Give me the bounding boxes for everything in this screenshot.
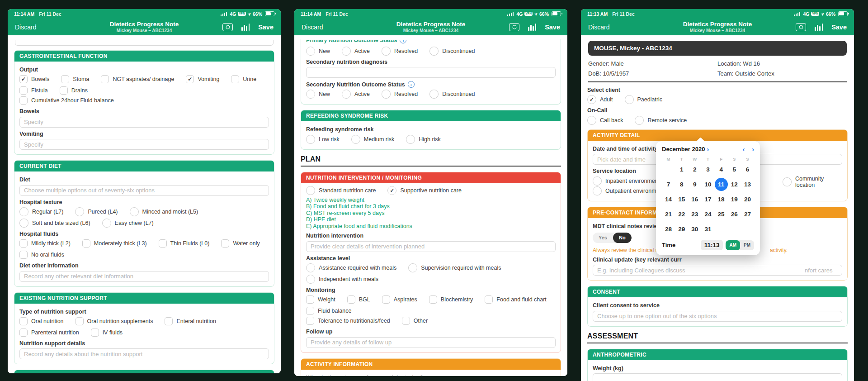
secondary-diagnosis-input[interactable]	[306, 67, 556, 78]
radio-option[interactable]: Easy chew (L7)	[102, 219, 154, 228]
checkbox-option[interactable]: Other	[402, 316, 428, 325]
calendar-day[interactable]: 24	[701, 207, 714, 222]
radio-option[interactable]: Regular (L7)	[19, 207, 63, 216]
radio-option[interactable]: ✓Supportive nutrition care	[387, 186, 462, 195]
calendar-day[interactable]: 29	[675, 222, 688, 237]
radio-option[interactable]: Inpatient environment	[593, 176, 660, 186]
checkbox-option[interactable]: IV fluids	[91, 328, 123, 337]
radio-option[interactable]: Active	[342, 90, 370, 99]
radio-option[interactable]: Supervision required with meals	[408, 263, 501, 272]
checkbox-option[interactable]: No oral fluids	[19, 250, 64, 259]
radio-option[interactable]: Low risk	[306, 135, 340, 144]
calendar-day[interactable]: 17	[701, 192, 714, 207]
discard-button[interactable]: Discard	[588, 24, 609, 31]
save-button[interactable]: Save	[545, 24, 560, 31]
diet-select-input[interactable]: Choose multiple options out of seventy-s…	[19, 185, 269, 196]
calendar-day[interactable]: 21	[662, 207, 675, 222]
calendar-day[interactable]: 25	[715, 207, 728, 222]
save-button[interactable]: Save	[258, 24, 274, 31]
camera-icon[interactable]	[796, 23, 806, 31]
checkbox-option[interactable]: Biochemistry	[429, 295, 473, 304]
radio-option[interactable]: Soft and bite sized (L6)	[19, 219, 90, 228]
nutrition-support-details-input[interactable]: Record any details about the nutrition s…	[19, 348, 269, 359]
checkbox-option[interactable]: Parenteral nutrition	[19, 328, 79, 337]
checkbox-option[interactable]: Mildly thick (L2)	[19, 239, 71, 248]
clinical-update-input[interactable]: E.g. Including Colleagues discuss nfort …	[593, 265, 842, 276]
bowels-input[interactable]: Specify	[19, 117, 269, 128]
calendar-month-label[interactable]: December 2020	[662, 146, 705, 152]
pm-segment[interactable]: PM	[740, 240, 754, 250]
calendar-day[interactable]: 12	[728, 177, 741, 192]
radio-option[interactable]: New	[306, 47, 330, 56]
checkbox-option[interactable]: Fistula	[19, 86, 48, 95]
discard-button[interactable]: Discard	[302, 24, 323, 31]
checkbox-option[interactable]: Oral nutrition supplements	[75, 317, 153, 326]
calendar-day[interactable]: 11	[715, 178, 728, 191]
calendar-day[interactable]: 6	[741, 162, 754, 177]
calendar-day[interactable]: 4	[715, 162, 728, 177]
info-icon[interactable]: i	[400, 40, 406, 43]
radio-option[interactable]: Resolved	[382, 90, 418, 99]
checkbox-option[interactable]: Weight	[306, 295, 335, 304]
calendar-day[interactable]: 13	[741, 177, 754, 192]
radio-option[interactable]: Outpatient environment	[593, 186, 664, 195]
previous-month-button[interactable]: ‹	[743, 146, 745, 152]
checkbox-option[interactable]: Enteral nutrition	[165, 317, 216, 326]
chart-icon[interactable]	[528, 24, 536, 31]
month-expand-chevron-icon[interactable]: ›	[707, 146, 709, 152]
radio-option[interactable]: High risk	[406, 135, 441, 144]
camera-icon[interactable]	[222, 23, 233, 31]
calendar-day[interactable]: 9	[688, 177, 701, 192]
am-pm-toggle[interactable]: AM PM	[726, 240, 754, 250]
calendar-day[interactable]: 28	[662, 222, 675, 237]
radio-option[interactable]: New	[306, 90, 330, 99]
toggle-yes[interactable]: Yes	[593, 233, 613, 243]
camera-icon[interactable]	[509, 23, 519, 31]
time-value[interactable]: 11:13	[701, 240, 723, 250]
vomiting-input[interactable]: Specify	[19, 139, 269, 150]
checkbox-option[interactable]: Drains	[60, 86, 88, 95]
form-scroll-area[interactable]: MOUSE, Mickey - ABC1234 Gender: Male Loc…	[581, 35, 854, 381]
calendar-day[interactable]: 5	[728, 162, 741, 177]
mdt-reviewed-toggle[interactable]: Yes No	[593, 233, 632, 243]
checkbox-option[interactable]: BGL	[347, 295, 370, 304]
radio-option[interactable]: Medium risk	[351, 135, 394, 144]
consent-input[interactable]: Choose up to one option out of the six o…	[593, 311, 842, 322]
calendar-day[interactable]: 7	[662, 177, 675, 192]
calendar-day[interactable]: 2	[688, 162, 701, 177]
radio-option[interactable]: Independent with meals	[306, 275, 378, 284]
checkbox-option[interactable]: Thin Fluids (L0)	[159, 239, 210, 248]
radio-option[interactable]: Call back	[587, 116, 623, 125]
checkbox-option[interactable]: Urine	[231, 75, 256, 84]
radio-option[interactable]: Remote service	[635, 116, 687, 125]
checkbox-option[interactable]: NGT aspirates/ drainage	[101, 75, 174, 84]
discard-button[interactable]: Discard	[15, 24, 36, 31]
checkbox-option[interactable]: Cumulative 24hour Fluid balance	[19, 96, 114, 105]
checkbox-option[interactable]: Aspirates	[382, 295, 417, 304]
form-scroll-area[interactable]: GASTROINTESTINAL FUNCTION Output ✓Bowels…	[8, 35, 281, 373]
weight-input[interactable]	[593, 373, 842, 381]
calendar-day[interactable]: 3	[701, 162, 714, 177]
toggle-no[interactable]: No	[613, 233, 632, 243]
calendar-day[interactable]: 1	[675, 162, 688, 177]
calendar-day[interactable]: 26	[728, 207, 741, 222]
calendar-day[interactable]: 27	[741, 207, 754, 222]
form-scroll-area[interactable]: Primary Nutrition Outcome Statusi NewAct…	[294, 35, 567, 376]
calendar-day[interactable]: 8	[675, 177, 688, 192]
chart-icon[interactable]	[815, 24, 823, 31]
radio-option[interactable]: Assistance required with meals	[306, 263, 396, 272]
radio-option[interactable]: ✓Adult	[587, 95, 613, 104]
radio-option[interactable]: Active	[342, 47, 370, 56]
radio-option[interactable]: Discontinued	[429, 47, 475, 56]
calendar-day[interactable]: 30	[688, 222, 701, 237]
calendar-day[interactable]: 23	[688, 207, 701, 222]
next-month-button[interactable]: ›	[752, 146, 754, 152]
calendar-day[interactable]: 19	[728, 192, 741, 207]
chart-icon[interactable]	[241, 24, 250, 31]
calendar-day[interactable]: 14	[662, 192, 675, 207]
checkbox-option[interactable]: ✓Vomiting	[186, 75, 219, 84]
checkbox-option[interactable]: Moderately thick (L3)	[82, 239, 147, 248]
calendar-day[interactable]: 31	[701, 222, 714, 237]
nutrition-intervention-input[interactable]: Provide clear details of intervention pl…	[306, 241, 556, 252]
radio-option[interactable]: Standard nutrition care	[306, 186, 376, 195]
